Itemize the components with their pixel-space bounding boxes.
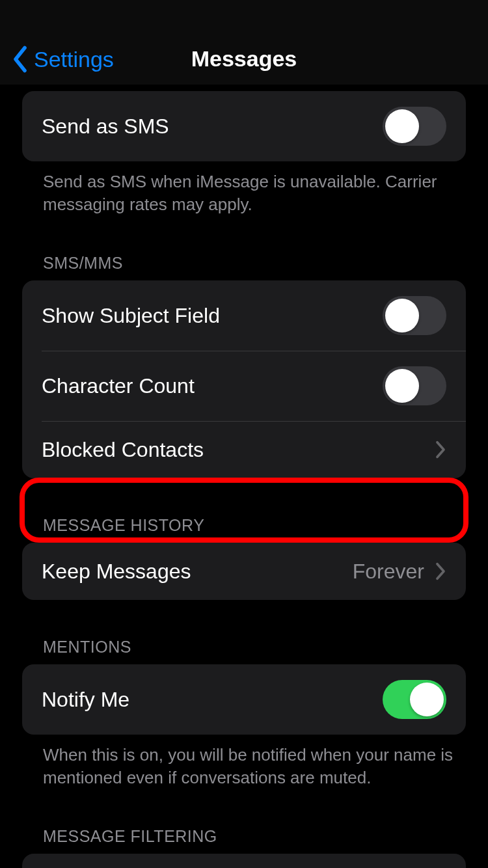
blocked-contacts-label: Blocked Contacts [42, 438, 435, 462]
message-history-group: Keep Messages Forever [22, 543, 466, 600]
character-count-row[interactable]: Character Count [22, 351, 466, 421]
show-subject-label: Show Subject Field [42, 304, 383, 328]
send-as-sms-row[interactable]: Send as SMS [22, 91, 466, 161]
send-as-sms-group: Send as SMS [22, 91, 466, 161]
messages-settings-screen: Settings Messages Send as SMS Send as SM… [0, 0, 488, 868]
navbar: Settings Messages [0, 0, 488, 85]
send-as-sms-label: Send as SMS [42, 115, 383, 139]
keep-messages-row[interactable]: Keep Messages Forever [22, 543, 466, 600]
mentions-group: Notify Me [22, 664, 466, 735]
filtering-group: Filter Unknown Senders [22, 854, 466, 868]
back-label: Settings [34, 47, 114, 72]
filtering-header: MESSAGE FILTERING [0, 827, 488, 854]
notify-me-toggle[interactable] [383, 680, 446, 719]
show-subject-row[interactable]: Show Subject Field [22, 280, 466, 351]
sms-mms-header: SMS/MMS [0, 254, 488, 280]
notify-me-row[interactable]: Notify Me [22, 664, 466, 735]
sms-mms-group: Show Subject Field Character Count Block… [22, 280, 466, 478]
blocked-contacts-row[interactable]: Blocked Contacts [22, 421, 466, 478]
chevron-right-icon [435, 440, 446, 459]
chevron-right-icon [435, 562, 446, 581]
send-as-sms-toggle[interactable] [383, 107, 446, 146]
character-count-toggle[interactable] [383, 366, 446, 405]
chevron-left-icon [12, 46, 29, 73]
show-subject-toggle[interactable] [383, 296, 446, 335]
notify-me-label: Notify Me [42, 688, 383, 712]
message-history-header: MESSAGE HISTORY [0, 516, 488, 543]
filter-unknown-row[interactable]: Filter Unknown Senders [22, 854, 466, 868]
back-button[interactable]: Settings [12, 46, 114, 73]
keep-messages-value: Forever [353, 560, 424, 584]
character-count-label: Character Count [42, 374, 383, 398]
content: Send as SMS Send as SMS when iMessage is… [0, 85, 488, 868]
keep-messages-label: Keep Messages [42, 560, 353, 584]
mentions-footer: When this is on, you will be notified wh… [0, 735, 488, 789]
mentions-header: MENTIONS [0, 638, 488, 664]
send-as-sms-footer: Send as SMS when iMessage is unavailable… [0, 161, 488, 216]
